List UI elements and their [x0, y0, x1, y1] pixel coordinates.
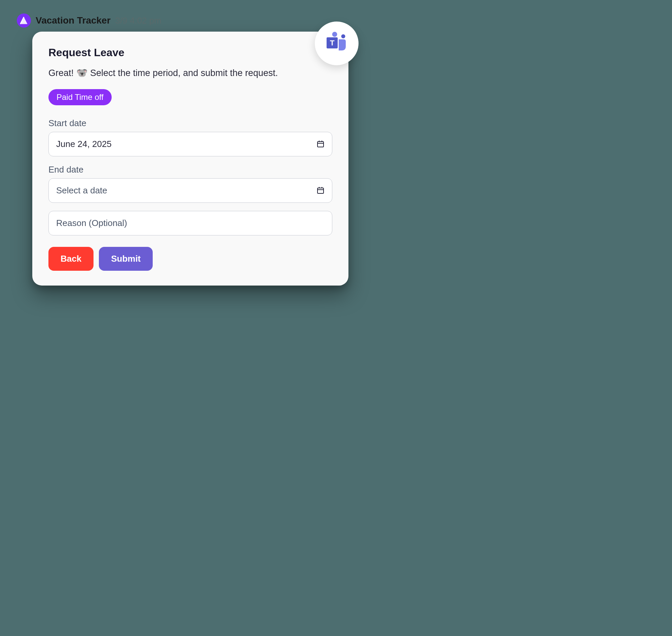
leave-type-pill: Paid Time off: [48, 89, 112, 105]
ms-teams-icon: T: [324, 31, 349, 56]
calendar-icon: [316, 186, 324, 194]
app-avatar: [17, 14, 31, 27]
svg-rect-8: [317, 188, 323, 193]
message-timestamp: 3/9 4:02 pm: [115, 16, 161, 26]
svg-text:T: T: [330, 39, 335, 47]
end-date-placeholder: Select a date: [56, 185, 107, 196]
svg-point-3: [341, 34, 345, 38]
start-date-field[interactable]: June 24, 2025: [48, 132, 332, 156]
submit-button[interactable]: Submit: [99, 247, 153, 271]
start-date-label: Start date: [48, 118, 332, 128]
reason-input[interactable]: [48, 211, 332, 235]
start-date-value: June 24, 2025: [56, 139, 112, 149]
card-subtitle: Great! 🐨 Select the time period, and sub…: [48, 67, 332, 80]
end-date-label: End date: [48, 164, 332, 175]
app-name: Vacation Tracker: [36, 15, 111, 26]
teams-badge: T: [315, 21, 358, 65]
request-leave-card: T Request Leave Great! 🐨 Select the time…: [32, 32, 349, 285]
svg-point-2: [332, 32, 337, 37]
card-title: Request Leave: [48, 46, 332, 59]
message-header: Vacation Tracker 3/9 4:02 pm: [17, 14, 359, 27]
svg-rect-4: [317, 142, 323, 147]
vacation-tracker-icon: [19, 16, 28, 25]
button-row: Back Submit: [48, 247, 332, 271]
calendar-icon: [316, 140, 324, 148]
back-button[interactable]: Back: [48, 247, 94, 271]
end-date-field[interactable]: Select a date: [48, 178, 332, 203]
